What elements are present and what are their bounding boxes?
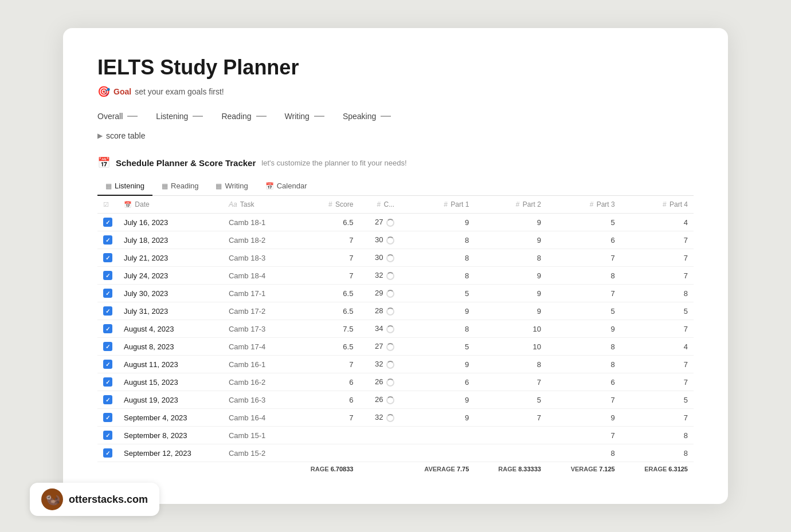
row-checkbox[interactable] bbox=[97, 427, 118, 444]
nav-underline-speaking bbox=[381, 116, 391, 117]
table-row: September 12, 2023Camb 15-288 bbox=[97, 444, 694, 462]
th-checkbox: ☑ bbox=[97, 196, 118, 214]
page-title: IELTS Study Planner bbox=[97, 56, 694, 80]
row-score: 7 bbox=[287, 409, 359, 427]
nav-speaking[interactable]: Speaking bbox=[343, 112, 391, 122]
row-score: 7 bbox=[287, 356, 359, 373]
row-checkbox[interactable] bbox=[97, 231, 118, 249]
row-task: Camb 17-2 bbox=[223, 302, 287, 320]
row-part2: 8 bbox=[475, 356, 547, 373]
nav-underline-writing bbox=[314, 116, 324, 117]
table-row: September 4, 2023Camb 16-4732 9797 bbox=[97, 409, 694, 427]
section-icon: 📅 bbox=[97, 156, 110, 169]
row-part2: 7 bbox=[475, 373, 547, 391]
th-part4: # Part 4 bbox=[621, 196, 694, 214]
row-part1: 5 bbox=[400, 285, 475, 302]
tab-writing[interactable]: ▦ Writing bbox=[207, 178, 256, 196]
row-part1: 9 bbox=[400, 409, 475, 427]
row-task: Camb 15-1 bbox=[223, 427, 287, 444]
row-part4: 4 bbox=[621, 338, 694, 356]
row-checkbox[interactable] bbox=[97, 320, 118, 338]
toggle-arrow-icon: ▶ bbox=[97, 132, 103, 140]
row-part4: 7 bbox=[621, 409, 694, 427]
table-wrap: ☑ 📅 Date Aa Task # Score # C... # Part 1… bbox=[97, 196, 694, 476]
row-c: 29 bbox=[359, 285, 400, 302]
row-score bbox=[287, 444, 359, 462]
tab-calendar[interactable]: 📅 Calendar bbox=[257, 178, 315, 196]
nav-underline-overall bbox=[127, 116, 138, 117]
row-part1: 8 bbox=[400, 320, 475, 338]
nav-listening[interactable]: Listening bbox=[156, 112, 203, 122]
footer-p2: RAGE 8.33333 bbox=[475, 462, 547, 477]
row-score: 6.5 bbox=[287, 302, 359, 320]
row-date: August 4, 2023 bbox=[118, 320, 223, 338]
row-part1: 5 bbox=[400, 338, 475, 356]
table-row: August 15, 2023Camb 16-2626 6767 bbox=[97, 373, 694, 391]
table-row: September 8, 2023Camb 15-178 bbox=[97, 427, 694, 444]
row-checkbox[interactable] bbox=[97, 285, 118, 302]
nav-writing[interactable]: Writing bbox=[285, 112, 324, 122]
row-checkbox[interactable] bbox=[97, 214, 118, 231]
row-part1: 9 bbox=[400, 391, 475, 409]
score-table: ☑ 📅 Date Aa Task # Score # C... # Part 1… bbox=[97, 196, 694, 476]
row-task: Camb 17-3 bbox=[223, 320, 287, 338]
nav-overall[interactable]: Overall bbox=[97, 112, 138, 122]
table-row: August 8, 2023Camb 17-46.527 51084 bbox=[97, 338, 694, 356]
row-score bbox=[287, 427, 359, 444]
row-part4: 7 bbox=[621, 356, 694, 373]
row-part3: 8 bbox=[547, 444, 621, 462]
row-task: Camb 18-3 bbox=[223, 249, 287, 267]
score-table-label: score table bbox=[106, 131, 145, 140]
row-checkbox[interactable] bbox=[97, 338, 118, 356]
nav-underline-listening bbox=[193, 116, 203, 117]
tab-reading[interactable]: ▦ Reading bbox=[154, 178, 206, 196]
row-task: Camb 16-1 bbox=[223, 356, 287, 373]
row-checkbox[interactable] bbox=[97, 444, 118, 462]
th-score: # Score bbox=[287, 196, 359, 214]
row-task: Camb 18-1 bbox=[223, 214, 287, 231]
row-checkbox[interactable] bbox=[97, 356, 118, 373]
tab-bar: ▦ Listening ▦ Reading ▦ Writing 📅 Calend… bbox=[97, 178, 694, 196]
row-part1: 8 bbox=[400, 267, 475, 285]
row-part4: 8 bbox=[621, 285, 694, 302]
row-part2: 9 bbox=[475, 302, 547, 320]
row-c: 30 bbox=[359, 231, 400, 249]
section-header: 📅 Schedule Planner & Score Tracker let's… bbox=[97, 156, 694, 169]
row-date: July 16, 2023 bbox=[118, 214, 223, 231]
row-part4: 7 bbox=[621, 231, 694, 249]
row-part3: 5 bbox=[547, 302, 621, 320]
row-part3: 8 bbox=[547, 356, 621, 373]
row-part1 bbox=[400, 444, 475, 462]
row-c bbox=[359, 444, 400, 462]
row-checkbox[interactable] bbox=[97, 409, 118, 427]
table-row: July 31, 2023Camb 17-26.528 9955 bbox=[97, 302, 694, 320]
tab-listening[interactable]: ▦ Listening bbox=[97, 178, 152, 196]
footer-p3: VERAGE 7.125 bbox=[547, 462, 621, 477]
row-task: Camb 16-3 bbox=[223, 391, 287, 409]
row-part1 bbox=[400, 427, 475, 444]
row-checkbox[interactable] bbox=[97, 391, 118, 409]
score-table-toggle[interactable]: ▶ score table bbox=[97, 131, 694, 140]
tab-reading-label: Reading bbox=[171, 182, 198, 190]
row-date: August 15, 2023 bbox=[118, 373, 223, 391]
row-part2: 8 bbox=[475, 249, 547, 267]
row-part4: 4 bbox=[621, 214, 694, 231]
row-checkbox[interactable] bbox=[97, 267, 118, 285]
row-part1: 6 bbox=[400, 373, 475, 391]
row-part2 bbox=[475, 444, 547, 462]
score-nav: Overall Listening Reading Writing Speaki… bbox=[97, 112, 694, 122]
table-row: July 24, 2023Camb 18-4732 8987 bbox=[97, 267, 694, 285]
th-date: 📅 Date bbox=[118, 196, 223, 214]
table-row: August 11, 2023Camb 16-1732 9887 bbox=[97, 356, 694, 373]
row-date: September 12, 2023 bbox=[118, 444, 223, 462]
otter-icon: 🦦 bbox=[41, 488, 63, 510]
nav-reading[interactable]: Reading bbox=[221, 112, 266, 122]
row-checkbox[interactable] bbox=[97, 249, 118, 267]
row-checkbox[interactable] bbox=[97, 373, 118, 391]
row-c: 27 bbox=[359, 214, 400, 231]
goal-emoji: 🎯 bbox=[97, 85, 110, 98]
row-checkbox[interactable] bbox=[97, 302, 118, 320]
table-header-row: ☑ 📅 Date Aa Task # Score # C... # Part 1… bbox=[97, 196, 694, 214]
th-part3: # Part 3 bbox=[547, 196, 621, 214]
table-row: July 21, 2023Camb 18-3730 8877 bbox=[97, 249, 694, 267]
